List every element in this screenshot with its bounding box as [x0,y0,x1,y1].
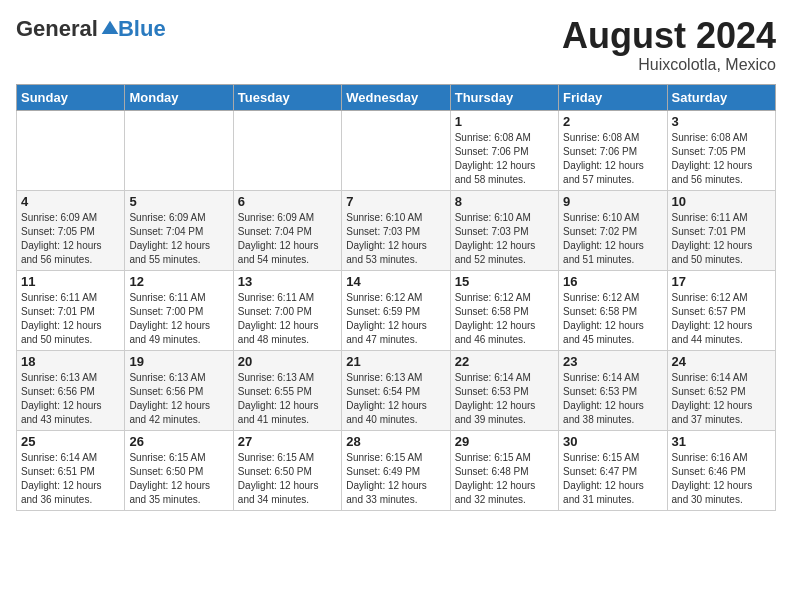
svg-marker-0 [102,21,119,34]
day-cell: 3Sunrise: 6:08 AM Sunset: 7:05 PM Daylig… [667,110,775,190]
day-cell: 19Sunrise: 6:13 AM Sunset: 6:56 PM Dayli… [125,350,233,430]
day-info: Sunrise: 6:15 AM Sunset: 6:47 PM Dayligh… [563,451,662,507]
day-number: 24 [672,354,771,369]
day-info: Sunrise: 6:15 AM Sunset: 6:49 PM Dayligh… [346,451,445,507]
page-header: General Blue August 2024 Huixcolotla, Me… [16,16,776,74]
day-cell: 9Sunrise: 6:10 AM Sunset: 7:02 PM Daylig… [559,190,667,270]
day-number: 20 [238,354,337,369]
day-info: Sunrise: 6:13 AM Sunset: 6:56 PM Dayligh… [129,371,228,427]
day-cell: 24Sunrise: 6:14 AM Sunset: 6:52 PM Dayli… [667,350,775,430]
day-cell: 1Sunrise: 6:08 AM Sunset: 7:06 PM Daylig… [450,110,558,190]
day-info: Sunrise: 6:09 AM Sunset: 7:04 PM Dayligh… [238,211,337,267]
logo-icon [100,19,120,39]
month-year: August 2024 [562,16,776,56]
weekday-header-tuesday: Tuesday [233,84,341,110]
day-info: Sunrise: 6:16 AM Sunset: 6:46 PM Dayligh… [672,451,771,507]
day-cell: 8Sunrise: 6:10 AM Sunset: 7:03 PM Daylig… [450,190,558,270]
weekday-header-saturday: Saturday [667,84,775,110]
day-number: 10 [672,194,771,209]
title-block: August 2024 Huixcolotla, Mexico [562,16,776,74]
day-info: Sunrise: 6:09 AM Sunset: 7:04 PM Dayligh… [129,211,228,267]
week-row-3: 18Sunrise: 6:13 AM Sunset: 6:56 PM Dayli… [17,350,776,430]
weekday-header-sunday: Sunday [17,84,125,110]
day-cell: 23Sunrise: 6:14 AM Sunset: 6:53 PM Dayli… [559,350,667,430]
week-row-4: 25Sunrise: 6:14 AM Sunset: 6:51 PM Dayli… [17,430,776,510]
day-cell: 7Sunrise: 6:10 AM Sunset: 7:03 PM Daylig… [342,190,450,270]
day-cell: 27Sunrise: 6:15 AM Sunset: 6:50 PM Dayli… [233,430,341,510]
week-row-0: 1Sunrise: 6:08 AM Sunset: 7:06 PM Daylig… [17,110,776,190]
day-cell: 26Sunrise: 6:15 AM Sunset: 6:50 PM Dayli… [125,430,233,510]
day-number: 17 [672,274,771,289]
day-cell: 10Sunrise: 6:11 AM Sunset: 7:01 PM Dayli… [667,190,775,270]
week-row-1: 4Sunrise: 6:09 AM Sunset: 7:05 PM Daylig… [17,190,776,270]
day-info: Sunrise: 6:10 AM Sunset: 7:02 PM Dayligh… [563,211,662,267]
day-cell: 17Sunrise: 6:12 AM Sunset: 6:57 PM Dayli… [667,270,775,350]
day-number: 7 [346,194,445,209]
day-cell: 18Sunrise: 6:13 AM Sunset: 6:56 PM Dayli… [17,350,125,430]
day-info: Sunrise: 6:15 AM Sunset: 6:50 PM Dayligh… [238,451,337,507]
day-number: 9 [563,194,662,209]
day-info: Sunrise: 6:12 AM Sunset: 6:57 PM Dayligh… [672,291,771,347]
day-info: Sunrise: 6:08 AM Sunset: 7:06 PM Dayligh… [563,131,662,187]
day-number: 19 [129,354,228,369]
location: Huixcolotla, Mexico [562,56,776,74]
day-info: Sunrise: 6:15 AM Sunset: 6:48 PM Dayligh… [455,451,554,507]
day-cell: 12Sunrise: 6:11 AM Sunset: 7:00 PM Dayli… [125,270,233,350]
day-number: 8 [455,194,554,209]
day-cell: 25Sunrise: 6:14 AM Sunset: 6:51 PM Dayli… [17,430,125,510]
day-number: 2 [563,114,662,129]
logo-blue: Blue [118,16,166,42]
day-number: 28 [346,434,445,449]
day-cell: 6Sunrise: 6:09 AM Sunset: 7:04 PM Daylig… [233,190,341,270]
day-cell: 22Sunrise: 6:14 AM Sunset: 6:53 PM Dayli… [450,350,558,430]
day-number: 21 [346,354,445,369]
day-number: 6 [238,194,337,209]
day-cell: 30Sunrise: 6:15 AM Sunset: 6:47 PM Dayli… [559,430,667,510]
day-info: Sunrise: 6:08 AM Sunset: 7:06 PM Dayligh… [455,131,554,187]
day-number: 3 [672,114,771,129]
day-info: Sunrise: 6:14 AM Sunset: 6:51 PM Dayligh… [21,451,120,507]
day-number: 13 [238,274,337,289]
day-info: Sunrise: 6:13 AM Sunset: 6:55 PM Dayligh… [238,371,337,427]
day-info: Sunrise: 6:12 AM Sunset: 6:59 PM Dayligh… [346,291,445,347]
day-cell: 15Sunrise: 6:12 AM Sunset: 6:58 PM Dayli… [450,270,558,350]
day-info: Sunrise: 6:09 AM Sunset: 7:05 PM Dayligh… [21,211,120,267]
day-info: Sunrise: 6:11 AM Sunset: 7:00 PM Dayligh… [129,291,228,347]
logo-general: General [16,16,98,42]
day-number: 31 [672,434,771,449]
day-info: Sunrise: 6:11 AM Sunset: 7:00 PM Dayligh… [238,291,337,347]
day-number: 23 [563,354,662,369]
day-cell [125,110,233,190]
logo: General Blue [16,16,166,42]
day-cell: 20Sunrise: 6:13 AM Sunset: 6:55 PM Dayli… [233,350,341,430]
day-info: Sunrise: 6:11 AM Sunset: 7:01 PM Dayligh… [672,211,771,267]
day-number: 12 [129,274,228,289]
day-cell [17,110,125,190]
day-info: Sunrise: 6:15 AM Sunset: 6:50 PM Dayligh… [129,451,228,507]
day-info: Sunrise: 6:10 AM Sunset: 7:03 PM Dayligh… [455,211,554,267]
day-cell: 2Sunrise: 6:08 AM Sunset: 7:06 PM Daylig… [559,110,667,190]
day-info: Sunrise: 6:08 AM Sunset: 7:05 PM Dayligh… [672,131,771,187]
day-cell: 29Sunrise: 6:15 AM Sunset: 6:48 PM Dayli… [450,430,558,510]
weekday-header-row: SundayMondayTuesdayWednesdayThursdayFrid… [17,84,776,110]
day-cell: 16Sunrise: 6:12 AM Sunset: 6:58 PM Dayli… [559,270,667,350]
day-cell: 4Sunrise: 6:09 AM Sunset: 7:05 PM Daylig… [17,190,125,270]
day-number: 27 [238,434,337,449]
day-number: 5 [129,194,228,209]
calendar-table: SundayMondayTuesdayWednesdayThursdayFrid… [16,84,776,511]
day-info: Sunrise: 6:12 AM Sunset: 6:58 PM Dayligh… [455,291,554,347]
day-number: 26 [129,434,228,449]
day-cell: 31Sunrise: 6:16 AM Sunset: 6:46 PM Dayli… [667,430,775,510]
day-cell: 21Sunrise: 6:13 AM Sunset: 6:54 PM Dayli… [342,350,450,430]
day-number: 11 [21,274,120,289]
day-number: 16 [563,274,662,289]
day-info: Sunrise: 6:12 AM Sunset: 6:58 PM Dayligh… [563,291,662,347]
week-row-2: 11Sunrise: 6:11 AM Sunset: 7:01 PM Dayli… [17,270,776,350]
day-cell [342,110,450,190]
day-number: 25 [21,434,120,449]
day-info: Sunrise: 6:14 AM Sunset: 6:53 PM Dayligh… [563,371,662,427]
day-number: 15 [455,274,554,289]
day-number: 18 [21,354,120,369]
weekday-header-monday: Monday [125,84,233,110]
day-number: 30 [563,434,662,449]
